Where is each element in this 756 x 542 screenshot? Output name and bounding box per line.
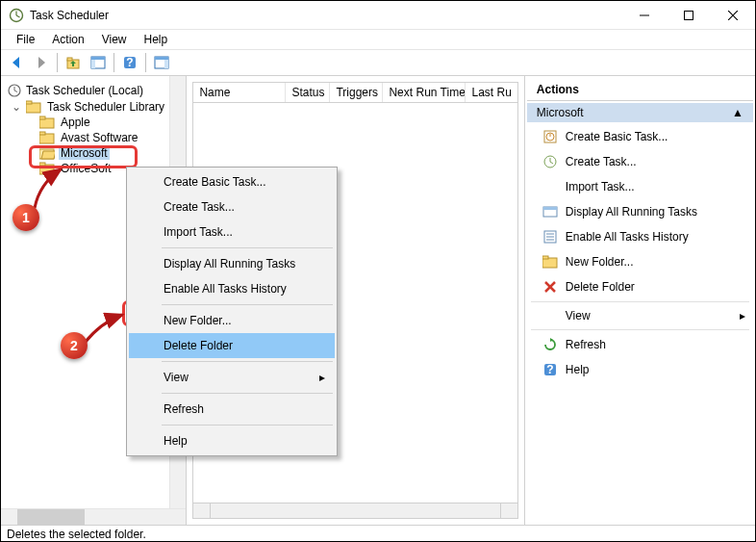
action-help[interactable]: ? Help bbox=[527, 357, 753, 382]
action-new-folder[interactable]: New Folder... bbox=[527, 249, 753, 274]
svg-text:?: ? bbox=[126, 56, 133, 69]
forward-button[interactable] bbox=[30, 51, 53, 74]
action-label: Enable All Tasks History bbox=[566, 230, 689, 244]
app-icon bbox=[9, 8, 24, 23]
svg-text:?: ? bbox=[546, 363, 553, 376]
ctx-import[interactable]: Import Task... bbox=[129, 219, 335, 245]
folder-icon bbox=[39, 131, 55, 144]
collapse-arrow-icon: ▲ bbox=[732, 106, 743, 119]
menu-action[interactable]: Action bbox=[44, 31, 91, 48]
action-delete-folder[interactable]: Delete Folder bbox=[527, 274, 753, 299]
action-label: Delete Folder bbox=[566, 280, 635, 294]
callout-arrow-1 bbox=[32, 165, 70, 213]
col-lastrun[interactable]: Last Ru bbox=[466, 83, 517, 102]
tree-item-label: Microsoft bbox=[59, 146, 110, 160]
task-icon bbox=[542, 129, 558, 144]
submenu-arrow-icon: ▸ bbox=[740, 309, 745, 323]
action-label: Refresh bbox=[566, 338, 606, 351]
ctx-create-task[interactable]: Create Task... bbox=[129, 194, 335, 219]
minimize-button[interactable] bbox=[622, 1, 667, 30]
actions-group[interactable]: Microsoft ▲ bbox=[527, 103, 753, 122]
actions-group-label: Microsoft bbox=[537, 106, 584, 119]
col-nextrun[interactable]: Next Run Time bbox=[383, 83, 466, 102]
action-enable-history[interactable]: Enable All Tasks History bbox=[527, 224, 753, 249]
toolbar: ? bbox=[1, 49, 755, 76]
svg-rect-11 bbox=[91, 60, 95, 68]
callout-1: 1 bbox=[13, 204, 39, 231]
folder-icon bbox=[39, 116, 55, 129]
maximize-button[interactable] bbox=[667, 1, 711, 30]
help-toolbar-button[interactable]: ? bbox=[118, 51, 141, 74]
tree-item-avast[interactable]: Avast Software bbox=[39, 130, 186, 145]
svg-rect-16 bbox=[164, 60, 168, 68]
svg-rect-8 bbox=[67, 58, 72, 61]
close-button[interactable] bbox=[711, 1, 755, 30]
folder-icon bbox=[26, 100, 41, 114]
svg-rect-23 bbox=[39, 116, 45, 119]
statusbar: Deletes the selected folder. bbox=[1, 525, 755, 542]
action-label: Create Basic Task... bbox=[566, 130, 668, 143]
action-create-task[interactable]: Create Task... bbox=[527, 149, 753, 174]
separator bbox=[162, 361, 333, 362]
action-label: Help bbox=[566, 363, 590, 376]
task-icon bbox=[542, 154, 558, 169]
folder-icon bbox=[542, 254, 558, 270]
context-menu: Create Basic Task... Create Task... Impo… bbox=[126, 167, 338, 456]
tree-item-microsoft[interactable]: Microsoft bbox=[39, 145, 186, 161]
action-label: New Folder... bbox=[566, 255, 634, 269]
action-label: Display All Running Tasks bbox=[566, 205, 697, 219]
collapse-icon[interactable]: ⌄ bbox=[11, 100, 22, 114]
window-icon bbox=[542, 204, 558, 219]
separator bbox=[162, 425, 333, 426]
action-refresh[interactable]: Refresh bbox=[527, 332, 753, 357]
action-view[interactable]: View ▸ bbox=[527, 304, 753, 327]
action-label: View bbox=[566, 309, 591, 323]
col-status[interactable]: Status bbox=[286, 83, 330, 102]
list-header: Name Status Triggers Next Run Time Last … bbox=[192, 82, 517, 103]
status-text: Deletes the selected folder. bbox=[7, 528, 146, 541]
col-name[interactable]: Name bbox=[193, 83, 286, 102]
ctx-refresh[interactable]: Refresh bbox=[129, 397, 335, 422]
separator bbox=[531, 329, 749, 330]
action-label: Import Task... bbox=[566, 180, 635, 194]
ctx-enable-history[interactable]: Enable All Tasks History bbox=[129, 276, 335, 301]
svg-rect-21 bbox=[26, 101, 32, 104]
action-display-running[interactable]: Display All Running Tasks bbox=[527, 199, 753, 224]
menu-view[interactable]: View bbox=[94, 31, 135, 48]
ctx-create-basic[interactable]: Create Basic Task... bbox=[129, 169, 335, 194]
ctx-display-running[interactable]: Display All Running Tasks bbox=[129, 251, 335, 276]
svg-rect-15 bbox=[155, 57, 168, 60]
action-import-task[interactable]: Import Task... bbox=[527, 174, 753, 199]
show-hide-tree-button[interactable] bbox=[87, 51, 110, 74]
tree-library-label: Task Scheduler Library bbox=[45, 100, 166, 114]
ctx-view-label: View bbox=[164, 371, 189, 384]
tree-root-node[interactable]: Task Scheduler (Local) bbox=[7, 82, 186, 99]
svg-rect-25 bbox=[39, 132, 45, 135]
callout-arrow-2 bbox=[82, 311, 130, 349]
menu-file[interactable]: File bbox=[9, 31, 42, 48]
help-icon: ? bbox=[542, 362, 558, 377]
ctx-new-folder[interactable]: New Folder... bbox=[129, 308, 335, 333]
svg-line-2 bbox=[16, 15, 20, 17]
menu-help[interactable]: Help bbox=[137, 31, 176, 48]
ctx-delete-folder[interactable]: Delete Folder bbox=[129, 333, 335, 358]
action-label: Create Task... bbox=[566, 155, 637, 168]
back-button[interactable] bbox=[5, 51, 28, 74]
tree-library-node[interactable]: ⌄ Task Scheduler Library bbox=[11, 99, 186, 115]
svg-rect-42 bbox=[542, 256, 548, 259]
tree-root-label: Task Scheduler (Local) bbox=[26, 84, 143, 97]
actions-pane: Actions Microsoft ▲ Create Basic Task...… bbox=[525, 76, 755, 525]
tree-horizontal-scrollbar[interactable] bbox=[1, 508, 186, 525]
up-button[interactable] bbox=[62, 51, 85, 74]
callout-2: 2 bbox=[61, 332, 88, 359]
tree-item-apple[interactable]: Apple bbox=[39, 115, 186, 130]
list-horizontal-scrollbar[interactable] bbox=[192, 503, 517, 519]
col-triggers[interactable]: Triggers bbox=[330, 83, 383, 102]
separator bbox=[162, 304, 333, 305]
action-create-basic-task[interactable]: Create Basic Task... bbox=[527, 124, 753, 149]
ctx-help[interactable]: Help bbox=[129, 428, 335, 453]
blank-icon bbox=[542, 179, 558, 194]
content: Task Scheduler (Local) ⌄ Task Scheduler … bbox=[1, 76, 755, 525]
ctx-view[interactable]: View ▸ bbox=[129, 365, 335, 390]
show-hide-action-button[interactable] bbox=[150, 51, 173, 74]
